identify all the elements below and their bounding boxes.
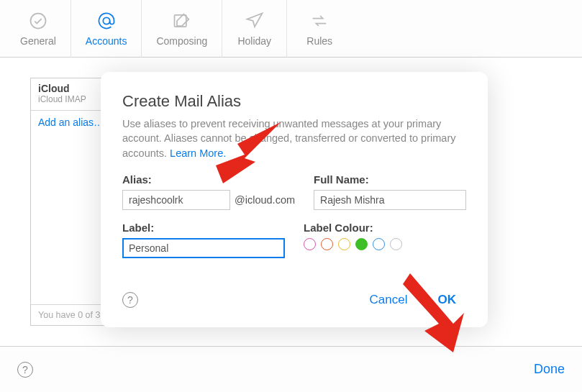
arrows-icon (309, 11, 329, 31)
modal-help-icon[interactable]: ? (122, 292, 138, 308)
toolbar: General Accounts Composing Holiday Rules (0, 0, 582, 58)
airplane-icon (245, 11, 265, 31)
modal-title: Create Mail Alias (122, 92, 466, 111)
colour-swatch[interactable] (304, 238, 316, 250)
svg-point-0 (30, 13, 45, 28)
tab-label: Rules (306, 35, 332, 47)
learn-more-link[interactable]: Learn More. (170, 147, 226, 159)
ok-button[interactable]: OK (428, 288, 467, 311)
tab-composing[interactable]: Composing (142, 0, 222, 58)
tab-general[interactable]: General (6, 0, 71, 58)
tab-label: Holiday (237, 35, 271, 47)
colour-swatch[interactable] (321, 238, 333, 250)
tab-rules[interactable]: Rules (287, 0, 352, 58)
tab-holiday[interactable]: Holiday (222, 0, 287, 58)
colour-swatch[interactable] (338, 238, 350, 250)
done-button[interactable]: Done (534, 362, 565, 377)
colour-swatch-row (304, 238, 466, 250)
alias-suffix: @icloud.com (235, 194, 295, 206)
label-label: Label: (122, 222, 285, 234)
at-sign-icon (96, 11, 117, 31)
tab-label: Composing (156, 35, 207, 47)
tab-label: General (20, 35, 56, 47)
colour-label: Label Colour: (304, 222, 466, 234)
svg-point-1 (103, 17, 109, 24)
label-input[interactable] (122, 238, 285, 258)
compose-icon (172, 11, 192, 31)
colour-swatch[interactable] (373, 238, 385, 250)
colour-swatch[interactable] (390, 238, 402, 250)
fullname-label: Full Name: (314, 173, 466, 186)
settings-window: General Accounts Composing Holiday Rules (0, 0, 582, 392)
alias-input[interactable] (122, 190, 230, 210)
tab-label: Accounts (86, 35, 127, 47)
modal-description: Use aliases to prevent receiving unwante… (122, 117, 466, 160)
help-icon[interactable]: ? (17, 362, 33, 378)
checkmark-circle-icon (28, 11, 48, 31)
cancel-button[interactable]: Cancel (360, 288, 418, 311)
fullname-input[interactable] (314, 190, 466, 210)
tab-accounts[interactable]: Accounts (71, 0, 142, 58)
colour-swatch[interactable] (355, 238, 368, 250)
alias-label: Alias: (122, 173, 295, 186)
footer-bar: ? Done (0, 346, 582, 392)
create-alias-modal: Create Mail Alias Use aliases to prevent… (101, 72, 488, 327)
